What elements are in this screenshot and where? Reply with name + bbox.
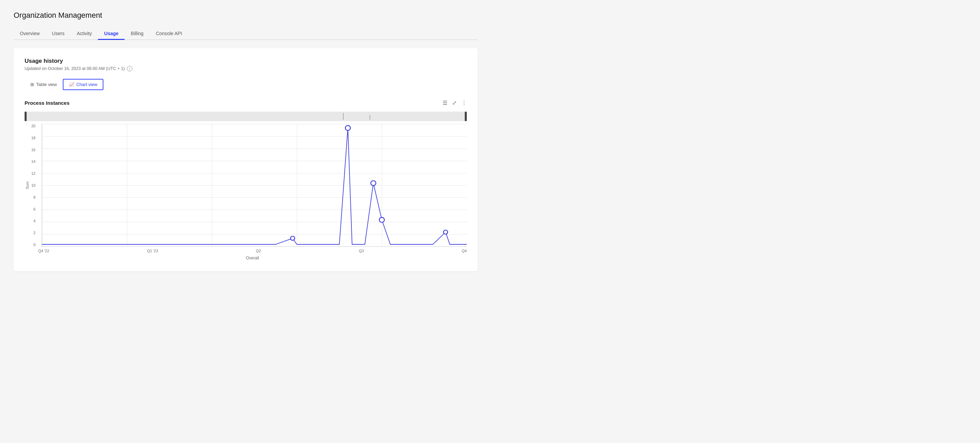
nav-tabs: Overview Users Activity Usage Billing Co… [14, 28, 478, 40]
tab-activity[interactable]: Activity [71, 28, 98, 40]
chart-wrapper: 20 18 16 14 12 10 8 6 4 2 0 Sum [25, 112, 467, 262]
usage-card: Usage history Updated on October 16, 202… [14, 48, 478, 271]
usage-history-title: Usage history [25, 58, 467, 64]
x-axis-labels: Q4 '22 Q1 '23 Q2 Q3 Q4 [25, 247, 467, 253]
data-point-4[interactable] [379, 217, 385, 222]
page-title: Organization Management [14, 11, 478, 20]
list-icon[interactable]: ☰ [442, 100, 447, 106]
tab-users[interactable]: Users [46, 28, 71, 40]
x-label-q4: Q4 [462, 249, 467, 253]
y-axis-label: Sum [25, 182, 29, 190]
range-spike-2 [369, 115, 370, 120]
data-point-3[interactable] [371, 180, 376, 185]
range-handle-right[interactable] [465, 112, 467, 121]
range-handle-left[interactable] [25, 112, 27, 121]
data-point-2[interactable] [345, 126, 350, 131]
chart-range-bar[interactable] [25, 112, 467, 121]
view-toggle: ⊞ Table view 📈 Chart view [25, 79, 467, 90]
chart-icon: 📈 [69, 82, 75, 87]
line-chart-svg [42, 124, 467, 246]
chart-area: 20 18 16 14 12 10 8 6 4 2 0 Sum [25, 124, 467, 247]
chart-line [42, 128, 467, 244]
table-icon: ⊞ [30, 82, 34, 87]
more-options-icon[interactable]: ⋮ [461, 100, 467, 106]
x-axis-title: Overall [25, 256, 467, 260]
x-label-q1-23: Q1 '23 [147, 249, 158, 253]
chart-actions: ☰ ⤢ ⋮ [442, 100, 467, 106]
data-point-1[interactable] [290, 236, 294, 240]
x-label-q3: Q3 [359, 249, 364, 253]
x-label-q2: Q2 [256, 249, 261, 253]
table-view-button[interactable]: ⊞ Table view [25, 79, 63, 90]
tab-billing[interactable]: Billing [124, 28, 150, 40]
tab-console-api[interactable]: Console API [150, 28, 188, 40]
data-point-5[interactable] [444, 230, 448, 234]
usage-history-subtitle: Updated on October 16, 2023 at 06:00 AM … [25, 66, 467, 71]
x-label-q4-22: Q4 '22 [38, 249, 49, 253]
chart-title: Process Instances [25, 100, 70, 106]
tab-overview[interactable]: Overview [14, 28, 46, 40]
chart-inner [41, 124, 467, 247]
chart-section-header: Process Instances ☰ ⤢ ⋮ [25, 100, 467, 106]
info-icon[interactable]: i [127, 66, 132, 71]
tab-usage[interactable]: Usage [98, 28, 124, 40]
expand-icon[interactable]: ⤢ [452, 100, 457, 106]
chart-view-button[interactable]: 📈 Chart view [63, 79, 103, 90]
range-spike-1 [343, 113, 344, 120]
